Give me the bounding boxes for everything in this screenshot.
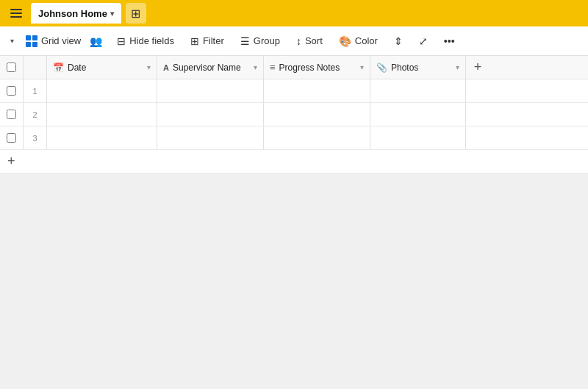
row-2-photos-cell[interactable] xyxy=(370,103,466,126)
view-dropdown-arrow[interactable]: ▾ xyxy=(7,34,17,48)
more-options-icon: ••• xyxy=(444,35,455,47)
add-row-button[interactable]: + xyxy=(0,150,588,174)
row-height-icon: ⇕ xyxy=(394,35,403,47)
table-body: 1 2 3 + xyxy=(0,79,588,174)
add-column-button[interactable]: + xyxy=(466,56,490,79)
row-1-photos-cell[interactable] xyxy=(370,79,466,102)
row-1-num: 1 xyxy=(24,79,47,102)
row-3-checkbox-cell[interactable] xyxy=(0,126,24,149)
workspace-dropdown-arrow: ▾ xyxy=(110,10,114,18)
column-header-notes[interactable]: ≡ Progress Notes ▾ xyxy=(264,56,370,79)
row-2-checkbox-cell[interactable] xyxy=(0,103,24,126)
filter-icon: ⊞ xyxy=(190,35,199,47)
row-3-checkbox[interactable] xyxy=(7,133,16,143)
sort-label: Sort xyxy=(305,35,323,46)
photos-col-arrow: ▾ xyxy=(456,63,459,71)
row-1-date-cell[interactable] xyxy=(47,79,157,102)
sort-button[interactable]: ↕ Sort xyxy=(289,32,330,50)
grid-view-label: Grid view xyxy=(41,35,81,46)
add-column-icon: + xyxy=(474,60,482,75)
expand-button[interactable]: ⤢ xyxy=(412,32,435,50)
row-2-supervisor-cell[interactable] xyxy=(157,103,264,126)
table-header: 📅 Date ▾ A Supervisor Name ▾ ≡ Progress … xyxy=(0,56,588,79)
notes-col-arrow: ▾ xyxy=(360,63,364,71)
hide-fields-button[interactable]: ⊟ Hide fields xyxy=(110,32,182,50)
view-controls: ▾ Grid view 👥 xyxy=(7,32,102,50)
filter-label: Filter xyxy=(203,35,224,46)
column-header-photos[interactable]: 📎 Photos ▾ xyxy=(370,56,466,79)
group-icon: ☰ xyxy=(240,35,250,47)
row-3-photos-cell[interactable] xyxy=(370,126,466,149)
date-col-label: Date xyxy=(68,63,143,73)
group-button[interactable]: ☰ Group xyxy=(233,32,287,50)
row-3-notes-cell[interactable] xyxy=(264,126,370,149)
workspace-tab[interactable]: Johnson Home ▾ xyxy=(31,3,121,24)
column-header-supervisor[interactable]: A Supervisor Name ▾ xyxy=(157,56,264,79)
collaborators-icon[interactable]: 👥 xyxy=(90,35,102,47)
expand-icon: ⤢ xyxy=(419,35,428,47)
date-col-icon: 📅 xyxy=(53,63,64,73)
toolbar: ▾ Grid view 👥 ⊟ Hide fields ⊞ Filter ☰ G… xyxy=(0,26,588,56)
color-label: Color xyxy=(355,35,378,46)
row-1-checkbox-cell[interactable] xyxy=(0,79,24,102)
row-1-notes-cell[interactable] xyxy=(264,79,370,102)
hide-fields-icon: ⊟ xyxy=(117,35,126,47)
row-2-checkbox[interactable] xyxy=(7,110,16,119)
supervisor-col-icon: A xyxy=(163,63,169,72)
table-row: 3 xyxy=(0,126,588,150)
header-checkbox-cell[interactable] xyxy=(0,56,24,79)
table-row: 1 xyxy=(0,79,588,103)
add-row-icon: + xyxy=(7,154,15,169)
notes-col-icon: ≡ xyxy=(270,62,276,73)
row-3-date-cell[interactable] xyxy=(47,126,157,149)
workspace-name: Johnson Home xyxy=(38,8,107,19)
hide-fields-label: Hide fields xyxy=(129,35,174,46)
select-all-checkbox[interactable] xyxy=(7,63,16,72)
notes-col-label: Progress Notes xyxy=(279,63,356,73)
empty-area xyxy=(0,174,588,389)
add-tab-button[interactable]: ⊞ xyxy=(126,3,146,24)
photos-col-icon: 📎 xyxy=(376,63,387,73)
more-options-button[interactable]: ••• xyxy=(437,32,462,50)
row-3-supervisor-cell[interactable] xyxy=(157,126,264,149)
filter-button[interactable]: ⊞ Filter xyxy=(183,32,232,50)
group-label: Group xyxy=(254,35,280,46)
row-2-num: 2 xyxy=(24,103,47,126)
supervisor-col-label: Supervisor Name xyxy=(173,63,250,73)
header-row-num-cell xyxy=(24,56,47,79)
photos-col-label: Photos xyxy=(391,63,452,73)
menu-icon[interactable] xyxy=(6,3,26,24)
row-2-date-cell[interactable] xyxy=(47,103,157,126)
add-tab-icon: ⊞ xyxy=(131,7,140,21)
row-1-supervisor-cell[interactable] xyxy=(157,79,264,102)
supervisor-col-arrow: ▾ xyxy=(254,63,257,71)
row-1-checkbox[interactable] xyxy=(7,86,16,96)
row-2-notes-cell[interactable] xyxy=(264,103,370,126)
color-icon: 🎨 xyxy=(339,35,351,47)
row-height-button[interactable]: ⇕ xyxy=(387,32,410,50)
date-col-arrow: ▾ xyxy=(147,63,151,71)
color-button[interactable]: 🎨 Color xyxy=(331,32,385,50)
grid-view-button[interactable]: Grid view xyxy=(18,32,88,50)
table-container: 📅 Date ▾ A Supervisor Name ▾ ≡ Progress … xyxy=(0,56,588,174)
title-bar: Johnson Home ▾ ⊞ xyxy=(0,0,588,26)
sort-icon: ↕ xyxy=(296,35,301,47)
row-3-num: 3 xyxy=(24,126,47,149)
grid-view-icon xyxy=(26,35,37,47)
column-header-date[interactable]: 📅 Date ▾ xyxy=(47,56,157,79)
table-row: 2 xyxy=(0,103,588,126)
